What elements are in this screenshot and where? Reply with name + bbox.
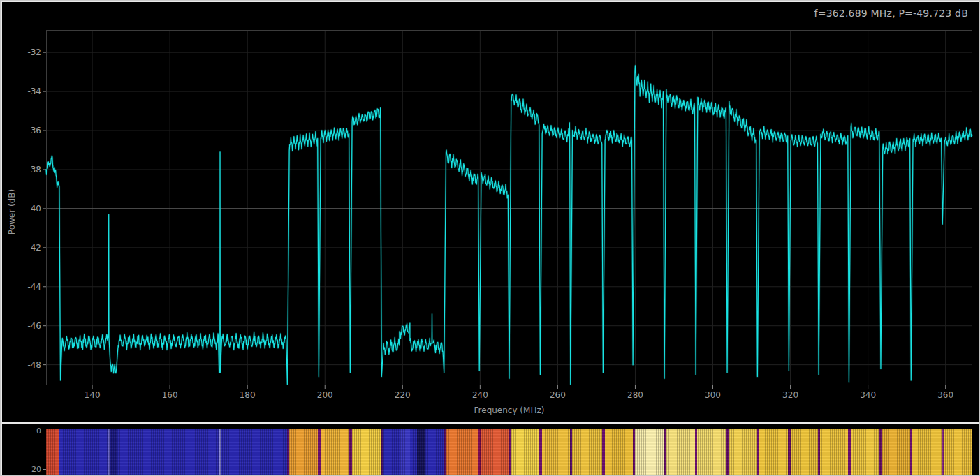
waterfall-band xyxy=(400,429,411,476)
waterfall-band xyxy=(110,429,117,476)
waterfall-band xyxy=(791,429,818,476)
waterfall-band xyxy=(726,429,729,476)
waterfall-band xyxy=(605,429,633,476)
spectrum-panel: f=362.689 MHz, P=-49.723 dB Power (dB) F… xyxy=(2,2,979,422)
y-tick-label: -34 xyxy=(15,87,41,96)
waterfall-band xyxy=(444,429,446,476)
waterfall-band xyxy=(417,429,425,476)
sdr-spectrum-window: f=362.689 MHz, P=-49.723 dB Power (dB) F… xyxy=(0,0,980,476)
waterfall-band xyxy=(318,429,321,476)
waterfall-band xyxy=(882,429,911,476)
waterfall-band xyxy=(219,429,221,476)
waterfall-band xyxy=(910,429,912,476)
waterfall-band xyxy=(289,429,318,476)
waterfall-band xyxy=(879,429,882,476)
x-tick-label: 280 xyxy=(627,390,643,400)
waterfall-band xyxy=(46,429,59,476)
waterfall-band xyxy=(633,429,635,476)
waterfall-band xyxy=(851,429,880,476)
waterfall-tick-label: -20 xyxy=(19,465,41,474)
waterfall-band xyxy=(757,429,759,476)
waterfall-panel: 0-20 xyxy=(2,424,979,476)
waterfall-band xyxy=(478,429,481,476)
y-tick-label: -46 xyxy=(15,321,41,331)
x-tick-label: 260 xyxy=(550,390,566,400)
waterfall-band xyxy=(848,429,850,476)
cursor-readout: f=362.689 MHz, P=-49.723 dB xyxy=(814,8,968,19)
waterfall-band xyxy=(664,429,666,476)
waterfall-band xyxy=(602,429,604,476)
spectrum-plot[interactable] xyxy=(46,30,972,385)
waterfall-band xyxy=(666,429,695,476)
y-tick-label: -42 xyxy=(15,243,41,253)
x-tick-label: 180 xyxy=(240,390,256,400)
x-tick-label: 220 xyxy=(395,390,411,400)
waterfall-band xyxy=(59,429,108,476)
waterfall-band xyxy=(695,429,697,476)
waterfall-band xyxy=(481,429,509,476)
x-tick-label: 300 xyxy=(705,390,721,400)
waterfall-band xyxy=(818,429,820,476)
waterfall-band xyxy=(912,429,942,476)
waterfall-band xyxy=(697,429,726,476)
waterfall-band xyxy=(944,429,972,476)
waterfall-band xyxy=(542,429,570,476)
waterfall-band xyxy=(942,429,944,476)
waterfall-band xyxy=(352,429,381,476)
waterfall-band xyxy=(117,429,219,476)
waterfall-band xyxy=(221,429,287,476)
x-tick-label: 320 xyxy=(782,390,798,400)
waterfall-band xyxy=(759,429,788,476)
waterfall-band xyxy=(287,429,289,476)
waterfall-band xyxy=(349,429,352,476)
y-tick-label: -32 xyxy=(15,47,41,57)
x-tick-label: 360 xyxy=(937,390,953,400)
y-tick-label: -44 xyxy=(15,282,41,292)
waterfall-band xyxy=(635,429,664,476)
waterfall-band xyxy=(425,429,444,476)
waterfall-tick-label: 0 xyxy=(19,426,41,436)
waterfall-tick-mark xyxy=(43,431,46,431)
x-tick-label: 200 xyxy=(317,390,333,400)
waterfall-band xyxy=(570,429,572,476)
x-tick-label: 160 xyxy=(162,390,178,400)
waterfall-band xyxy=(381,429,383,476)
waterfall-band xyxy=(383,429,400,476)
waterfall-band xyxy=(572,429,602,476)
y-tick-label: -40 xyxy=(15,204,41,214)
y-tick-label: -36 xyxy=(15,126,41,135)
waterfall-band xyxy=(446,429,478,476)
x-tick-label: 240 xyxy=(472,390,488,400)
y-tick-label: -48 xyxy=(15,360,41,370)
x-axis-label: Frequency (MHz) xyxy=(46,406,972,415)
waterfall-band xyxy=(509,429,511,476)
spectrum-trace xyxy=(46,66,972,385)
y-tick-label: -38 xyxy=(15,165,41,174)
waterfall-band xyxy=(820,429,848,476)
waterfall-strip[interactable] xyxy=(46,429,972,476)
x-tick-label: 140 xyxy=(85,390,101,400)
waterfall-band xyxy=(321,429,349,476)
waterfall-band xyxy=(788,429,790,476)
waterfall-band xyxy=(729,429,757,476)
waterfall-band xyxy=(410,429,417,476)
x-tick-label: 340 xyxy=(860,390,876,400)
waterfall-band xyxy=(539,429,541,476)
waterfall-band xyxy=(511,429,540,476)
waterfall-tick-mark xyxy=(43,469,46,470)
waterfall-band xyxy=(108,429,110,476)
